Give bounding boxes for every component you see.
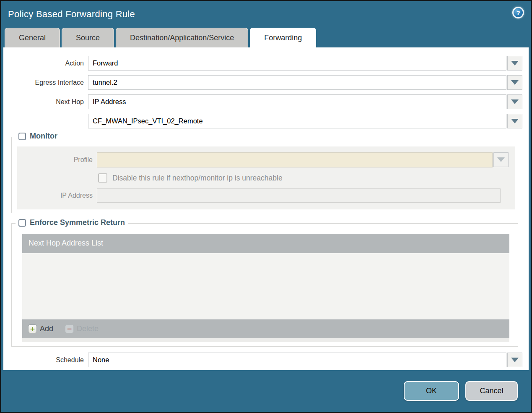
monitor-ip-address-label: IP Address	[17, 192, 97, 199]
next-hop-address-dropdown-button[interactable]	[507, 114, 522, 128]
chevron-down-icon	[511, 80, 519, 85]
dialog-footer: OK Cancel	[1, 370, 531, 412]
policy-based-forwarding-dialog: Policy Based Forwarding Rule ? General S…	[0, 0, 532, 413]
egress-interface-dropdown-button[interactable]	[507, 75, 522, 90]
egress-interface-label: Egress Interface	[3, 79, 88, 86]
egress-interface-combo[interactable]: tunnel.2	[88, 75, 506, 90]
profile-dropdown-button	[493, 152, 509, 167]
add-button-label: Add	[40, 324, 53, 333]
action-row: Action Forward	[3, 56, 522, 71]
table-bottom-strip	[22, 338, 509, 342]
minus-icon: −	[65, 324, 74, 333]
monitor-ip-address-field	[97, 188, 501, 203]
chevron-down-icon	[497, 157, 505, 162]
tab-bar: General Source Destination/Application/S…	[1, 27, 531, 47]
action-label: Action	[3, 60, 88, 67]
disable-rule-row: Disable this rule if nexthop/monitor ip …	[98, 173, 512, 183]
monitor-checkbox[interactable]	[18, 133, 26, 140]
next-hop-address-list-header: Next Hop Address List	[22, 234, 509, 253]
next-hop-address-combo[interactable]: CF_MWAN_IPsec_VTI_02_Remote	[88, 114, 506, 128]
action-combo[interactable]: Forward	[88, 56, 506, 71]
monitor-ip-address-row: IP Address	[17, 188, 512, 203]
title-bar: Policy Based Forwarding Rule ?	[1, 1, 531, 27]
egress-interface-row: Egress Interface tunnel.2	[3, 75, 522, 90]
disable-rule-checkbox	[98, 173, 107, 183]
schedule-combo[interactable]: None	[88, 353, 506, 367]
delete-button: − Delete	[65, 324, 99, 333]
chevron-down-icon	[511, 119, 519, 123]
chevron-down-icon	[511, 99, 519, 104]
enforce-symmetric-return-legend: Enforce Symmetric Return	[16, 218, 128, 227]
tab-source[interactable]: Source	[62, 28, 114, 47]
next-hop-address-list-table: Next Hop Address List + Add − Delete	[22, 234, 509, 342]
schedule-row: Schedule None	[3, 353, 522, 367]
monitor-panel: Profile Disable this rule if nexthop/mon…	[17, 146, 515, 209]
next-hop-address-row: CF_MWAN_IPsec_VTI_02_Remote	[3, 114, 522, 128]
enforce-symmetric-return-legend-label: Enforce Symmetric Return	[30, 218, 125, 227]
delete-button-label: Delete	[77, 324, 99, 333]
plus-icon: +	[28, 324, 37, 333]
profile-row: Profile	[17, 152, 512, 167]
monitor-legend-label: Monitor	[30, 132, 57, 141]
enforce-symmetric-return-checkbox[interactable]	[18, 219, 26, 227]
next-hop-row: Next Hop IP Address	[3, 94, 522, 109]
schedule-dropdown-button[interactable]	[507, 353, 522, 367]
next-hop-type-combo[interactable]: IP Address	[88, 94, 506, 109]
forwarding-tab-panel: Action Forward Egress Interface tunnel.2…	[3, 47, 529, 370]
enforce-symmetric-return-group: Enforce Symmetric Return Next Hop Addres…	[11, 223, 518, 347]
next-hop-address-list-toolbar: + Add − Delete	[22, 319, 509, 338]
tab-forwarding[interactable]: Forwarding	[250, 28, 316, 47]
disable-rule-label: Disable this rule if nexthop/monitor ip …	[112, 174, 283, 183]
next-hop-address-list-body[interactable]	[22, 253, 509, 319]
cancel-button[interactable]: Cancel	[465, 381, 518, 401]
chevron-down-icon	[511, 61, 519, 65]
monitor-group: Monitor Profile Disable this rule if nex…	[11, 137, 518, 213]
schedule-label: Schedule	[3, 356, 88, 364]
help-icon[interactable]: ?	[512, 7, 524, 18]
chevron-down-icon	[511, 358, 519, 362]
add-button[interactable]: + Add	[28, 324, 53, 333]
monitor-legend: Monitor	[16, 132, 60, 141]
next-hop-label: Next Hop	[3, 98, 88, 106]
profile-combo	[97, 152, 493, 167]
next-hop-dropdown-button[interactable]	[507, 94, 522, 109]
action-dropdown-button[interactable]	[507, 56, 522, 71]
ok-button[interactable]: OK	[404, 381, 459, 401]
tab-destination-application-service[interactable]: Destination/Application/Service	[116, 28, 248, 47]
dialog-title: Policy Based Forwarding Rule	[8, 9, 135, 20]
profile-label: Profile	[17, 156, 97, 164]
tab-general[interactable]: General	[5, 28, 60, 47]
